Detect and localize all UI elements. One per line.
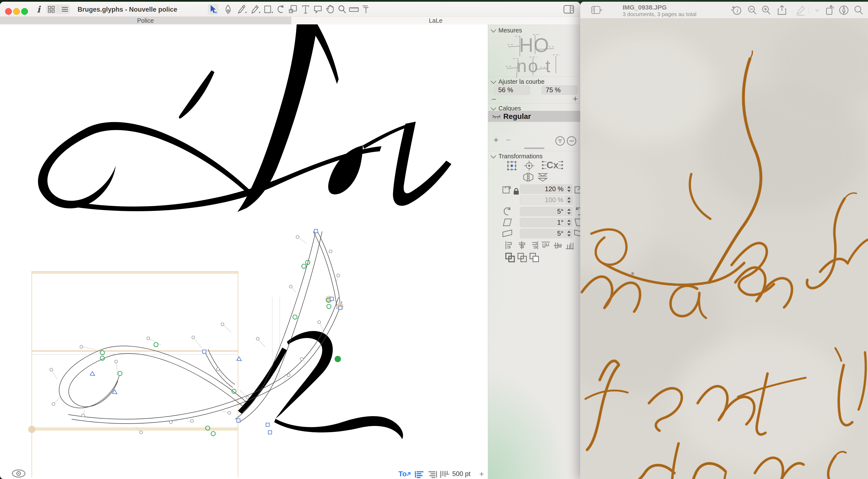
skew-left-icon[interactable] <box>502 229 513 238</box>
align-icon-5[interactable] <box>565 241 575 250</box>
resize-tool[interactable] <box>287 4 299 15</box>
scale-vertical-field[interactable]: 100 % <box>520 196 567 205</box>
scale-horizontal-field[interactable]: 120 % <box>520 184 567 194</box>
section-fit-curve[interactable]: Ajuster la courbe <box>491 78 545 85</box>
layer-more-button[interactable] <box>567 136 576 146</box>
union-icon[interactable] <box>505 252 515 263</box>
lock-icon[interactable] <box>513 187 519 195</box>
selected-node[interactable] <box>335 356 341 362</box>
zoom-in-icon[interactable] <box>761 5 772 16</box>
control-handle[interactable] <box>337 274 340 277</box>
control-handle[interactable] <box>296 236 299 238</box>
sidebar-toggle-icon[interactable] <box>591 5 602 16</box>
kerning-tool[interactable] <box>360 4 371 15</box>
control-handle[interactable] <box>147 337 150 340</box>
corner-node[interactable] <box>330 297 334 301</box>
panel-resize-handle[interactable] <box>524 148 545 149</box>
glyph-nodes[interactable] <box>28 229 343 436</box>
slant-left-icon[interactable] <box>502 218 513 227</box>
align-text-left-icon[interactable] <box>415 471 425 478</box>
hand-tool[interactable] <box>324 4 336 15</box>
rotate-field[interactable]: 5° <box>520 207 567 216</box>
smooth-node[interactable] <box>293 315 297 319</box>
annotation-tool[interactable] <box>312 4 323 15</box>
control-handle[interactable] <box>300 358 303 361</box>
smooth-node[interactable] <box>302 264 306 268</box>
grid-view-icon[interactable] <box>48 6 55 13</box>
control-handle[interactable] <box>329 250 332 253</box>
control-handle[interactable] <box>82 414 85 417</box>
align-icon-0[interactable] <box>505 241 514 250</box>
markup-pencil-icon[interactable] <box>795 5 806 16</box>
measure-tool[interactable] <box>348 4 360 15</box>
skew-right-icon[interactable] <box>574 229 580 238</box>
align-icon-3[interactable] <box>541 241 551 250</box>
list-view-icon[interactable] <box>61 6 68 13</box>
rotate-ccw-icon[interactable] <box>502 206 512 216</box>
subtract-icon[interactable] <box>517 252 527 263</box>
control-handle[interactable] <box>115 360 118 363</box>
intersect-icon[interactable] <box>529 252 539 263</box>
layer-filter-button[interactable] <box>555 136 565 146</box>
smooth-node[interactable] <box>118 371 122 376</box>
control-handle[interactable] <box>318 321 321 324</box>
skew-field[interactable]: 5° <box>520 229 567 238</box>
control-handle[interactable] <box>289 285 292 288</box>
info-sparkle-icon[interactable]: i <box>731 5 742 16</box>
flip-vertical-icon[interactable] <box>537 172 548 182</box>
smooth-node[interactable] <box>327 304 331 308</box>
scale-first-icon[interactable] <box>502 184 512 194</box>
corner-node[interactable] <box>203 350 206 353</box>
flip-horizontal-icon[interactable] <box>523 172 534 182</box>
rotate-tool[interactable] <box>275 4 286 15</box>
smooth-node[interactable] <box>211 431 215 436</box>
control-handle[interactable] <box>287 374 290 377</box>
align-icon-1[interactable] <box>517 241 526 250</box>
control-handle[interactable] <box>140 431 143 434</box>
control-handle[interactable] <box>228 411 231 414</box>
corner-node[interactable] <box>268 431 272 434</box>
rotate-cw-icon[interactable] <box>574 206 580 216</box>
preview-visibility-icon[interactable] <box>11 469 26 479</box>
transform-origin-icon[interactable] <box>506 160 517 171</box>
text-tool[interactable] <box>300 4 311 15</box>
share-icon[interactable] <box>776 5 787 16</box>
slant-stepper[interactable] <box>566 218 572 227</box>
corner-node[interactable] <box>314 229 318 233</box>
boolean-buttons[interactable] <box>505 252 547 263</box>
edit-canvas[interactable] <box>0 24 488 479</box>
eye-closed-icon[interactable] <box>492 113 501 120</box>
smooth-node[interactable] <box>232 389 236 393</box>
corner-node[interactable] <box>237 419 240 422</box>
transform-metrics-icon[interactable]: Cx <box>541 159 568 171</box>
tab-font-view[interactable]: Police <box>0 17 291 25</box>
add-layer-button[interactable]: + <box>494 137 498 143</box>
slant-right-icon[interactable] <box>574 218 580 227</box>
zoom-button[interactable] <box>21 8 28 15</box>
control-handle[interactable] <box>169 421 172 424</box>
chevron-down-icon[interactable] <box>812 5 823 16</box>
corner-node[interactable] <box>266 423 269 426</box>
skew-stepper[interactable] <box>566 229 572 238</box>
scale-vertical-stepper[interactable] <box>566 196 572 205</box>
align-icon-4[interactable] <box>553 241 563 250</box>
zoom-out-button[interactable]: − <box>445 470 450 479</box>
tab-edit-view[interactable]: LaLe <box>291 17 580 25</box>
view-mode-segmented-control[interactable] <box>46 4 70 14</box>
control-handle[interactable] <box>192 336 195 339</box>
select-tool[interactable] <box>208 4 219 15</box>
fit-curve-max-field[interactable]: 75 % <box>541 85 578 95</box>
control-handle[interactable] <box>50 368 53 371</box>
control-handle[interactable] <box>246 396 249 399</box>
layer-row-regular[interactable]: Regular <box>488 111 580 122</box>
align-buttons[interactable] <box>505 241 577 250</box>
font-info-icon[interactable]: i <box>34 4 43 14</box>
open-path-node[interactable] <box>90 371 95 376</box>
search-icon[interactable] <box>853 5 864 16</box>
close-button[interactable] <box>5 8 12 15</box>
toggle-sidebar-icon[interactable] <box>563 5 575 14</box>
fit-curve-minus-button[interactable]: − <box>491 96 496 102</box>
pencil-tool[interactable] <box>250 4 261 15</box>
section-transformations[interactable]: Transformations <box>491 153 542 160</box>
zoom-level-field[interactable]: 500 pt <box>452 470 470 478</box>
